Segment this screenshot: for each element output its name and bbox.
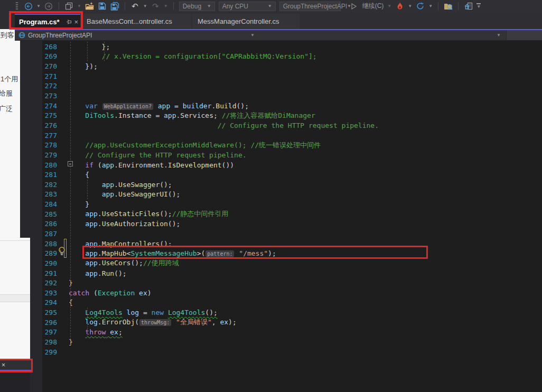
open-folder-icon[interactable] <box>85 2 94 11</box>
code-text[interactable]: //app.UseCustomerExceptionMiddleware(); … <box>57 141 542 150</box>
line-number[interactable]: 283 <box>42 190 57 198</box>
code-text[interactable]: log.ErrorObj(throwMsg: "全局错误", ex); <box>57 318 542 327</box>
line-number[interactable]: 290 <box>42 259 57 267</box>
line-number[interactable]: 282 <box>42 181 57 189</box>
code-token: Build <box>216 102 236 110</box>
line-number[interactable]: 281 <box>42 171 57 179</box>
code-text[interactable]: }); <box>57 62 542 70</box>
member-dropdown[interactable] <box>506 30 542 40</box>
line-number[interactable]: 285 <box>42 210 57 218</box>
tab-basemesscontroller-cs[interactable]: BaseMessCont...ontroller.cs <box>81 14 191 29</box>
toolbar-overflow-icon[interactable]: ▼ <box>476 3 481 9</box>
line-number[interactable]: 275 <box>42 111 57 119</box>
code-text[interactable]: catch (Exception ex) <box>57 289 542 297</box>
lightbulb-icon[interactable] <box>58 246 67 258</box>
toolbar-grip[interactable] <box>16 2 18 10</box>
line-number[interactable]: 291 <box>42 269 57 277</box>
line-number[interactable]: 293 <box>42 289 57 297</box>
continue-button[interactable]: 继续(C) <box>362 2 384 11</box>
line-number[interactable]: 295 <box>42 309 57 316</box>
code-token: . <box>164 161 168 169</box>
restart-icon[interactable] <box>416 2 425 11</box>
solution-platform-dropdown[interactable]: Any CPU▼ <box>219 2 276 11</box>
line-number[interactable]: 287 <box>42 230 57 238</box>
solution-explorer-icon[interactable] <box>464 2 473 11</box>
continue-dropdown[interactable]: ▼ <box>387 4 391 8</box>
start-debug-icon[interactable] <box>350 2 359 11</box>
line-number[interactable]: 274 <box>42 102 57 110</box>
code-text[interactable]: app.UseAuthorization(); <box>57 220 542 228</box>
line-number[interactable]: 286 <box>42 220 57 228</box>
code-text[interactable]: app.UseSwaggerUI(); <box>57 190 542 198</box>
new-window-dropdown[interactable]: ▼ <box>77 4 81 8</box>
code-text[interactable]: app.UseSwagger(); <box>57 181 542 189</box>
line-number[interactable]: 273 <box>42 92 57 100</box>
background-window-top: 到客 <box>0 29 15 41</box>
restart-dropdown[interactable]: ▼ <box>428 4 433 8</box>
code-text[interactable]: app.Run(); <box>57 269 542 277</box>
line-number[interactable]: 289 <box>42 249 57 257</box>
code-text[interactable]: DiTools.Instance = app.Services; //将注入容器… <box>57 111 542 120</box>
line-number[interactable]: 299 <box>42 348 57 356</box>
navigate-back-dropdown[interactable]: ▼ <box>36 4 41 8</box>
background-text-fragment: 给服 <box>0 89 13 98</box>
line-number[interactable]: 297 <box>42 328 57 336</box>
hot-reload-dropdown[interactable]: ▼ <box>408 4 412 8</box>
collapse-region-icon[interactable] <box>68 161 73 166</box>
line-number[interactable]: 296 <box>42 319 57 326</box>
line-number[interactable]: 294 <box>42 298 57 306</box>
line-number[interactable]: 279 <box>42 151 57 159</box>
navigate-back-icon[interactable] <box>24 2 33 11</box>
startup-project-dropdown[interactable]: GroupThreeProjectAPI▼ <box>279 2 341 11</box>
line-number[interactable]: 280 <box>42 161 57 169</box>
code-text[interactable]: var WebApplication? app = builder.Build(… <box>57 102 542 110</box>
solution-config-dropdown[interactable]: Debug▼ <box>179 2 215 11</box>
code-editor[interactable]: 268 };269 // x.Version = configuration["… <box>42 41 542 392</box>
hot-reload-icon[interactable] <box>395 2 404 11</box>
line-number[interactable]: 272 <box>42 82 57 90</box>
code-text[interactable]: // Configure the HTTP request pipeline. <box>57 122 542 129</box>
code-token: Exception <box>98 289 135 297</box>
line-number[interactable]: 288 <box>42 240 57 248</box>
code-token: Run <box>102 269 114 277</box>
code-text[interactable]: { <box>57 298 542 306</box>
code-token: (); <box>168 190 180 198</box>
line-number[interactable]: 284 <box>42 200 57 208</box>
line-number[interactable]: 268 <box>42 43 57 51</box>
undo-icon[interactable]: ↶ <box>130 2 139 11</box>
code-token <box>135 289 139 297</box>
type-dropdown[interactable]: ▼ <box>259 30 506 40</box>
line-number[interactable]: 271 <box>42 72 57 80</box>
line-number[interactable]: 269 <box>42 52 57 60</box>
line-number[interactable]: 270 <box>42 62 57 70</box>
code-text[interactable]: { <box>57 171 542 179</box>
code-text[interactable]: }; <box>57 43 542 51</box>
redo-icon[interactable]: ↷ <box>151 2 160 11</box>
redo-dropdown[interactable]: ▼ <box>164 4 168 8</box>
new-window-icon[interactable] <box>64 2 73 11</box>
code-text[interactable]: // Configure the HTTP request pipeline. <box>57 151 542 159</box>
save-all-icon[interactable] <box>110 2 119 11</box>
code-text[interactable]: } <box>57 200 542 208</box>
project-dropdown[interactable]: GroupThreeProjectAPI ▼ <box>15 30 259 40</box>
find-in-files-icon[interactable] <box>444 2 453 11</box>
code-text[interactable]: } <box>57 279 542 287</box>
code-text[interactable]: } <box>57 338 542 346</box>
code-text[interactable]: Log4Tools log = new Log4Tools(); <box>57 309 542 316</box>
code-text[interactable]: if (app.Environment.IsDevelopment()) <box>57 161 542 169</box>
line-number[interactable]: 292 <box>42 279 57 287</box>
line-number[interactable]: 278 <box>42 141 57 149</box>
save-icon[interactable] <box>98 2 107 11</box>
code-text[interactable]: app.UseCors();//使用跨域 <box>57 258 542 268</box>
close-icon[interactable]: × <box>2 361 5 369</box>
code-text[interactable]: // x.Version = configuration["CAPRabbitM… <box>57 52 542 60</box>
undo-dropdown[interactable]: ▼ <box>143 4 147 8</box>
code-text[interactable]: throw ex; <box>57 328 542 336</box>
navigate-forward-icon[interactable] <box>44 2 53 11</box>
tab-messmanagercontroller-cs[interactable]: MessManagerController.cs <box>192 14 300 29</box>
line-number[interactable]: 277 <box>42 132 57 139</box>
code-text[interactable]: app.UseStaticFiles();//静态中间件引用 <box>57 209 542 219</box>
code-token <box>123 309 127 316</box>
line-number[interactable]: 298 <box>42 338 57 346</box>
line-number[interactable]: 276 <box>42 122 57 129</box>
